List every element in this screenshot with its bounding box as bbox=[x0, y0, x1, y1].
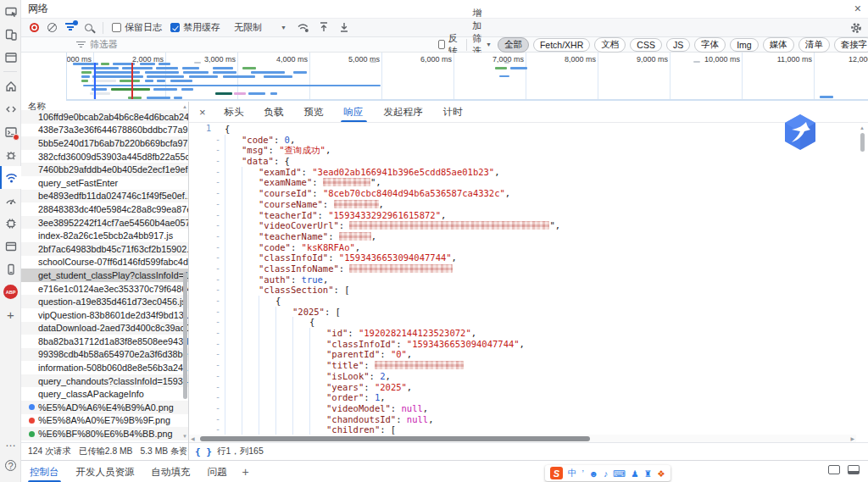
network-conditions-icon[interactable] bbox=[297, 21, 309, 35]
filter-chip[interactable]: 文档 bbox=[594, 37, 626, 53]
request-row[interactable]: 382cfd36009d53903a445d8fb22a55c... bbox=[21, 150, 188, 163]
ime-tool-icon[interactable]: ❖ bbox=[657, 468, 665, 479]
more-icon[interactable]: … bbox=[0, 431, 21, 454]
fold-marker[interactable]: - bbox=[211, 231, 225, 242]
panel-divider[interactable] bbox=[188, 102, 189, 460]
scroll-left-icon[interactable]: ◀ bbox=[191, 435, 195, 441]
pretty-print-icon[interactable]: { } bbox=[195, 446, 212, 457]
ime-mode-icon[interactable]: 中 bbox=[568, 468, 577, 479]
drawer-tab-问题[interactable]: 问题 bbox=[199, 461, 236, 482]
device-emulation-icon[interactable] bbox=[0, 23, 21, 46]
fold-marker[interactable]: - bbox=[211, 296, 225, 307]
preserve-log-checkbox[interactable]: 保留日志 bbox=[112, 21, 162, 34]
request-row[interactable]: 3ee38952242f14cf7ae54560b4ae057... bbox=[21, 216, 188, 230]
request-row[interactable]: schoolCourse-07ff6d146fd599fabc4d... bbox=[21, 256, 188, 269]
tab-预览[interactable]: 预览 bbox=[294, 102, 334, 122]
request-row[interactable]: 5bb5e240d17b6ab7b220b669bcfa97... bbox=[21, 136, 188, 150]
close-response-icon[interactable]: × bbox=[189, 106, 214, 119]
disable-cache-checkbox[interactable]: 禁用缓存 bbox=[170, 21, 220, 34]
import-har-icon[interactable] bbox=[318, 21, 330, 35]
fold-marker[interactable]: - bbox=[211, 274, 225, 285]
performance-icon[interactable] bbox=[0, 189, 21, 212]
fold-marker[interactable]: - bbox=[211, 220, 225, 231]
scroll-up-icon[interactable]: ▲ bbox=[181, 104, 188, 109]
request-row[interactable]: %E6%BF%80%E6%B4%BB.png bbox=[21, 427, 188, 440]
request-row[interactable]: 106ffd9e0bcab2ab4b6c8e4d6bcab24... bbox=[21, 110, 188, 124]
scroll-down-icon[interactable]: ▼ bbox=[181, 434, 188, 439]
request-row[interactable]: query_setFastEnter bbox=[21, 176, 188, 190]
fold-marker[interactable]: - bbox=[211, 414, 225, 425]
dock-panel-icon[interactable] bbox=[848, 465, 860, 474]
clear-icon[interactable] bbox=[47, 23, 57, 32]
fold-marker[interactable]: - bbox=[211, 242, 225, 253]
ime-tool-icon[interactable]: ♜ bbox=[644, 468, 652, 479]
sogou-ime-toolbar[interactable]: S中’☻♪⌨♟♜❖ bbox=[545, 465, 670, 481]
ime-tool-icon[interactable]: ’ bbox=[582, 468, 584, 479]
response-hscrollbar[interactable]: ◀ ▶ bbox=[189, 435, 856, 442]
request-list-scrollbar[interactable]: ▲ ▼ bbox=[181, 102, 188, 440]
request-row[interactable]: 28848383dc4f0e5984c28a8c99ea87e... bbox=[21, 202, 188, 216]
fold-marker[interactable]: - bbox=[211, 328, 225, 339]
filter-chip[interactable]: 字体 bbox=[694, 37, 726, 53]
quick-view-icon[interactable] bbox=[828, 465, 840, 474]
request-row[interactable]: question-a19e835d461d73ec0456.js bbox=[21, 295, 188, 308]
request-row[interactable]: %E5%AD%A6%E4%B9%A0.png bbox=[21, 401, 188, 414]
ime-tool-icon[interactable]: ♟ bbox=[631, 468, 638, 479]
filter-toggle-icon[interactable] bbox=[65, 23, 76, 32]
search-icon[interactable] bbox=[85, 24, 92, 31]
filter-chip[interactable]: 清单 bbox=[798, 37, 830, 53]
home-icon[interactable] bbox=[0, 75, 21, 97]
fold-marker[interactable]: - bbox=[211, 177, 225, 188]
request-row[interactable]: query_classAPackageInfo bbox=[21, 387, 188, 401]
browser-window-icon[interactable] bbox=[0, 46, 21, 69]
storage-icon[interactable] bbox=[0, 258, 21, 280]
tab-标头[interactable]: 标头 bbox=[214, 102, 254, 122]
fold-marker[interactable]: - bbox=[211, 339, 225, 350]
memory-icon[interactable] bbox=[0, 212, 21, 235]
tab-计时[interactable]: 计时 bbox=[433, 102, 473, 122]
fold-marker[interactable]: - bbox=[211, 382, 225, 393]
request-row[interactable]: be4893edfb11da024746c1f49f5e0ef... bbox=[21, 190, 188, 203]
ime-tool-icon[interactable]: ⌨ bbox=[613, 468, 626, 479]
sources-icon[interactable] bbox=[0, 97, 21, 120]
scrollbar-thumb[interactable] bbox=[860, 133, 865, 152]
scroll-up-icon[interactable]: ▲ bbox=[859, 125, 865, 130]
fold-marker[interactable]: - bbox=[211, 263, 225, 274]
debug-icon[interactable] bbox=[0, 143, 21, 166]
fold-marker[interactable]: - bbox=[211, 156, 225, 167]
request-row[interactable]: %E5%8A%A0%E7%9B%9F.png bbox=[21, 414, 188, 428]
request-row[interactable]: information-508b060d8e8e56b3a24... bbox=[21, 361, 188, 374]
response-vscrollbar[interactable]: ▲ bbox=[858, 124, 866, 435]
fold-marker[interactable]: - bbox=[211, 403, 225, 414]
fold-marker[interactable]: - bbox=[211, 135, 225, 146]
tab-负载[interactable]: 负载 bbox=[254, 102, 294, 122]
waterfall-overview[interactable]: 1,000 ms2,000 ms3,000 ms4,000 ms5,000 ms… bbox=[66, 53, 868, 101]
response-json-viewer[interactable]: 1{-"code": 0,-"msg": "查询成功",-"data": {-"… bbox=[189, 124, 856, 435]
translate-extension-icon[interactable] bbox=[780, 112, 821, 152]
drawer-tab-控制台[interactable]: 控制台 bbox=[21, 461, 68, 482]
filter-chip[interactable]: CSS bbox=[630, 38, 662, 52]
scrollbar-thumb[interactable] bbox=[200, 436, 590, 441]
network-icon[interactable] bbox=[0, 166, 21, 189]
tab-响应[interactable]: 响应 bbox=[334, 102, 374, 122]
scrollbar-thumb[interactable] bbox=[183, 272, 187, 399]
fold-marker[interactable]: - bbox=[211, 199, 225, 210]
fold-marker[interactable]: - bbox=[211, 188, 225, 199]
fold-marker[interactable]: - bbox=[211, 371, 225, 382]
fold-marker[interactable]: - bbox=[211, 145, 225, 156]
request-row[interactable]: index-82a26c1e5bcb2a4bb917.js bbox=[21, 229, 188, 242]
fold-marker[interactable]: - bbox=[211, 317, 225, 328]
request-row[interactable]: 8ba82ba31712d1a83f8e8508ee943d... bbox=[21, 335, 188, 348]
fold-marker[interactable]: - bbox=[211, 167, 225, 178]
fold-marker[interactable]: - bbox=[211, 392, 225, 403]
filter-chip[interactable]: 全部 bbox=[498, 37, 529, 53]
record-icon[interactable] bbox=[30, 23, 39, 32]
fold-marker[interactable]: - bbox=[211, 252, 225, 263]
request-row[interactable]: 2bf7ac64983bdb45c71f63cf2b15902... bbox=[21, 242, 188, 256]
tab-发起程序[interactable]: 发起程序 bbox=[374, 102, 433, 122]
request-row[interactable]: vipQuestion-83b8601de2d34f9bd13... bbox=[21, 308, 188, 322]
ime-tool-icon[interactable]: ☻ bbox=[589, 468, 598, 479]
request-row[interactable]: 99398cdb4b58a654970e2a3f6d38be... bbox=[21, 348, 188, 362]
request-row[interactable]: dataDownload-2aed73d400c8c39ac0... bbox=[21, 322, 188, 335]
scroll-right-icon[interactable]: ▶ bbox=[850, 435, 854, 441]
